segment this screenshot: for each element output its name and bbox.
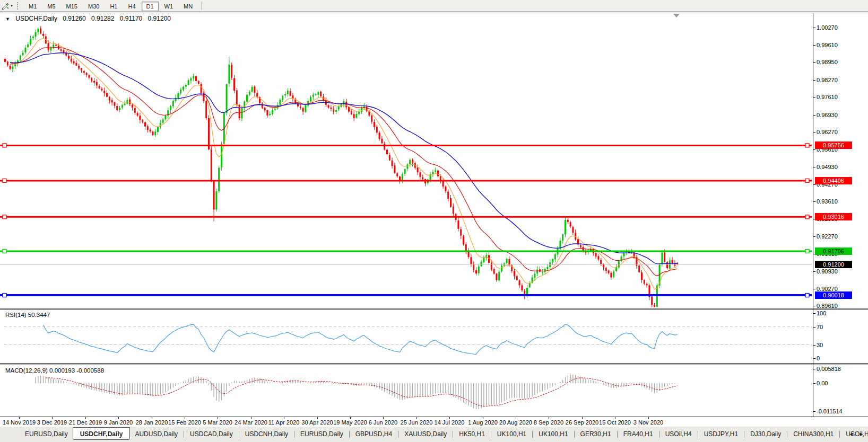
macd-indicator-label: MACD(12,26,9) 0.000193 -0.000588 [5,367,104,374]
timeframe-button-mn[interactable]: MN [179,2,197,11]
price-level-line[interactable] [0,179,812,182]
tab-divider [617,431,618,438]
date-label: 30 Apr 2020 [301,419,333,426]
date-label: 15 Feb 2020 [168,419,201,426]
symbol-tab-bar: EURUSD,DailyUSDCHF,DailyAUDUSD,DailyUSDC… [0,426,868,442]
date-label: 11 Apr 2020 [268,419,300,426]
scroll-tabs-left-icon[interactable]: ◄ [849,431,854,437]
symbol-tab-eurusd-daily[interactable]: EURUSD,Daily [20,429,73,439]
tab-divider [184,431,184,438]
date-label: 25 Jun 2020 [401,419,433,426]
scroll-tabs-right-icon[interactable]: ► [859,431,864,437]
tab-divider [491,431,491,438]
date-label: 1 Aug 2020 [468,419,498,426]
symbol-tabs: EURUSD,DailyUSDCHF,DailyAUDUSD,DailyUSDC… [20,429,868,438]
tab-divider [453,431,453,438]
timeframe-button-w1[interactable]: W1 [160,2,178,11]
symbol-tab-usdcad-daily[interactable]: USDCAD,Daily [185,429,238,439]
symbol-tab-usoil-h4[interactable]: USOil,H4 [661,429,697,439]
date-label: 6 Jun 2020 [369,419,397,426]
chart-shift-marker-icon [673,14,680,17]
toolbar-grip [17,2,19,10]
date-label: 21 Dec 2019 [69,419,102,426]
date-label: 20 Aug 2020 [499,419,532,426]
mt4-chart-window: ▾ M1M5M15M30H1H4D1W1MN ▼ USDCHF,Daily 0.… [0,0,868,442]
symbol-tab-ger30-h1[interactable]: GER30,H1 [576,429,616,439]
date-label: 3 Dec 2019 [37,419,67,426]
main-price-pane[interactable] [0,13,868,308]
candlestick-chart [0,13,868,308]
timeframe-button-h1[interactable]: H1 [105,2,122,11]
date-label: 5 Mar 2020 [203,419,232,426]
symbol-tab-china300-h1[interactable]: CHINA300,H1 [788,429,838,439]
rsi-indicator-label: RSI(14) 50.3447 [5,312,50,318]
symbol-tab-usdjpy-h1[interactable]: USDJPY,H1 [699,429,743,439]
tab-divider [839,431,840,438]
date-label: 9 Jan 2020 [104,419,133,426]
timeframe-toolbar: ▾ M1M5M15M30H1H4D1W1MN [0,0,868,12]
symbol-tab-uk100-h1[interactable]: UK100,H1 [534,429,572,439]
date-label: 24 Mar 2020 [235,419,267,426]
symbol-tab-eurusd-daily[interactable]: EURUSD,Daily [296,429,348,439]
date-label: 14 Jul 2020 [435,419,465,426]
macd-chart [0,365,868,417]
symbol-tab-usdchf-daily[interactable]: USDCHF,Daily [73,427,131,440]
pen-icon [1,2,10,10]
timeframe-button-m1[interactable]: M1 [24,2,41,11]
tab-divider [294,431,294,438]
price-level-line[interactable] [0,144,812,147]
draw-tool-icon[interactable] [1,2,10,10]
toolbar-separator [201,2,202,10]
tab-divider [574,431,575,438]
timeframe-button-d1[interactable]: D1 [142,2,159,11]
tab-divider [744,431,744,438]
date-axis: 14 Nov 20193 Dec 201921 Dec 20199 Jan 20… [0,417,868,426]
date-label: 26 Sep 2020 [566,419,598,426]
timeframe-button-m5[interactable]: M5 [42,2,60,11]
symbol-tab-xauusd-daily[interactable]: XAUUSD,Daily [400,429,452,439]
date-label: 15 Oct 2020 [599,419,631,426]
tab-divider [398,431,398,438]
collapse-arrow-icon[interactable]: ▼ [5,16,10,22]
symbol-tab-audusd-daily[interactable]: AUDUSD,Daily [130,429,183,439]
timeframe-button-m30[interactable]: M30 [83,2,104,11]
date-label: 3 Nov 2020 [633,419,663,426]
symbol-tab-uk100-h1[interactable]: UK100,H1 [492,429,531,439]
quote-low: 0.91170 [120,15,143,22]
price-axis-line [813,13,813,417]
rsi-pane[interactable] [0,309,868,364]
symbol-tab-hk50-h1[interactable]: HK50,H1 [454,429,490,439]
tab-divider [659,431,659,438]
date-label: 8 Sep 2020 [534,419,563,426]
chart-title: ▼ USDCHF,Daily 0.91260 0.91282 0.91170 0… [5,15,175,22]
tab-divider [349,431,350,438]
date-label: 19 May 2020 [333,419,367,426]
quote-open: 0.91260 [63,15,85,22]
symbol-tab-dj30-daily[interactable]: DJ30,Daily [745,429,786,439]
tab-divider [239,431,239,438]
tab-scroll-buttons: ◄ ► [845,431,864,437]
symbol-tab-usdcnh-daily[interactable]: USDCNH,Daily [240,429,293,439]
date-label: 14 Nov 2019 [3,419,36,426]
quote-high: 0.91282 [91,15,114,22]
chart-symbol-period: USDCHF,Daily [15,15,57,22]
rsi-chart [0,310,868,363]
draw-tool-dropdown-icon[interactable]: ▾ [11,3,13,8]
price-level-line[interactable] [0,294,812,297]
macd-pane[interactable] [0,365,868,417]
date-label: 28 Jan 2020 [136,419,168,426]
symbol-tab-fra40-h1[interactable]: FRA40,H1 [619,429,658,439]
symbol-tab-gbpusd-h4[interactable]: GBPUSD,H4 [351,429,397,439]
tab-divider [698,431,698,438]
timeframe-button-h4[interactable]: H4 [123,2,140,11]
tab-divider [787,431,787,438]
timeframe-buttons: M1M5M15M30H1H4D1W1MN [23,1,198,11]
timeframe-button-m15[interactable]: M15 [62,2,82,11]
price-level-line[interactable] [0,215,812,219]
tab-divider [532,431,533,438]
price-level-line[interactable] [0,249,812,253]
quote-close: 0.91200 [148,15,171,22]
